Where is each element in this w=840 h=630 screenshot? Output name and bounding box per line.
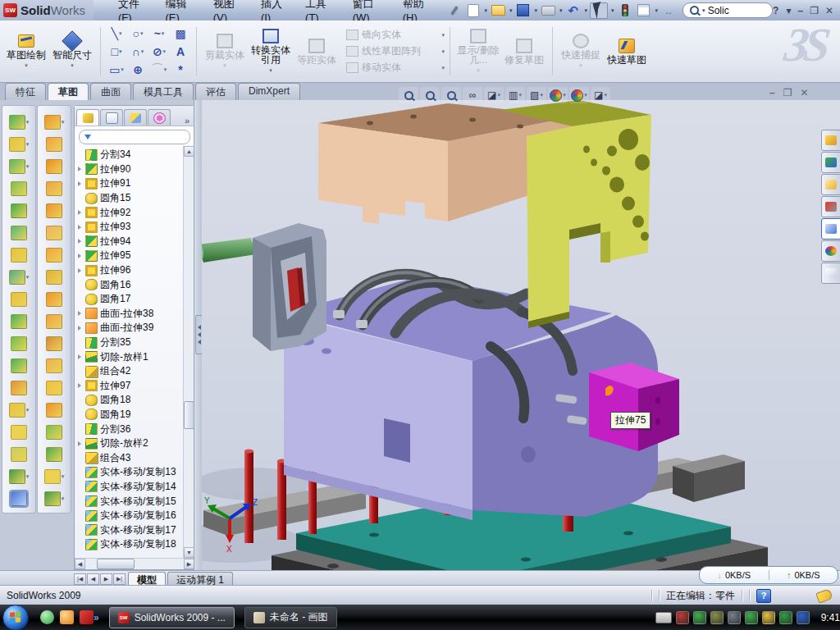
tree-item-20[interactable]: 切除-放样2 <box>76 436 194 451</box>
signal-icon[interactable] <box>745 611 758 624</box>
volume-icon[interactable] <box>728 611 741 624</box>
curve-icon[interactable]: ▾ <box>2 465 35 487</box>
launcher-icon[interactable] <box>60 610 74 624</box>
ruled-surface-icon[interactable] <box>38 288 71 310</box>
planar-surface-icon[interactable] <box>38 244 71 266</box>
save-icon[interactable] <box>515 3 532 18</box>
tree-item-5[interactable]: 拉伸93 <box>76 220 194 235</box>
ellipse-tool[interactable]: ⊘▾ <box>148 43 170 61</box>
revolved-boss-icon[interactable]: ▾ <box>2 133 35 155</box>
quick-launch-chevron[interactable]: » <box>94 612 99 623</box>
design-library-icon[interactable] <box>821 152 840 173</box>
tab-propertymanager[interactable] <box>100 109 123 126</box>
display-style-icon[interactable]: ▥▾ <box>505 87 525 103</box>
tab-motion-study[interactable]: 运动算例 1 <box>167 572 233 586</box>
taskbar-button-paint[interactable]: 未命名 - 画图 <box>244 607 337 628</box>
circle-tool[interactable]: ○▾ <box>127 25 148 43</box>
undo-icon[interactable]: ↶ <box>565 3 582 18</box>
view-palette-icon[interactable] <box>821 218 840 240</box>
tree-item-23[interactable]: 实体-移动/复制14 <box>76 480 194 495</box>
zoom-prev-icon[interactable] <box>441 87 461 103</box>
tree-item-8[interactable]: 拉伸96 <box>76 263 194 278</box>
tree-item-0[interactable]: 分割34 <box>76 148 194 162</box>
expander-icon[interactable] <box>76 210 83 215</box>
tree-item-25[interactable]: 实体-移动/复制16 <box>76 509 194 523</box>
extruded-boss-icon[interactable]: ▾ <box>2 111 35 133</box>
draft-icon[interactable] <box>2 310 35 332</box>
plane-icon[interactable] <box>2 421 35 443</box>
home-icon[interactable] <box>821 130 840 151</box>
rib-icon[interactable] <box>2 288 35 310</box>
scroll-thumb[interactable] <box>97 559 135 569</box>
expander-icon[interactable] <box>76 326 83 331</box>
select-region-tool[interactable]: ▩ <box>170 25 191 43</box>
tab-featuremanager[interactable] <box>76 109 99 126</box>
tree-item-21[interactable]: 组合43 <box>76 450 194 465</box>
shell-icon[interactable] <box>2 332 35 354</box>
reference-geometry-icon[interactable]: ▾ <box>2 399 35 421</box>
dome-icon[interactable] <box>38 421 71 443</box>
delete-face-icon[interactable] <box>38 332 71 354</box>
tree-item-17[interactable]: 圆角18 <box>76 393 194 408</box>
tree-filter-input[interactable] <box>79 130 190 144</box>
expander-icon[interactable] <box>76 239 83 244</box>
custom-properties-icon[interactable] <box>821 262 840 284</box>
appearances-scenes-icon[interactable] <box>821 240 840 262</box>
options-list-icon[interactable] <box>636 3 652 18</box>
tree-item-7[interactable]: 拉伸95 <box>76 249 194 263</box>
hole-wizard-icon[interactable] <box>2 244 35 266</box>
close-button[interactable]: ✕ <box>825 5 833 16</box>
tree-item-2[interactable]: 拉伸91 <box>76 176 194 191</box>
expander-icon[interactable] <box>76 383 83 388</box>
doc-restore-button[interactable]: ❐ <box>783 87 792 98</box>
smart-dimension-button[interactable]: 智能尺寸 ▾ <box>49 31 95 72</box>
defender-shield-icon[interactable] <box>779 611 792 624</box>
tree-item-14[interactable]: 切除-放样1 <box>76 349 194 364</box>
boundary-boss-icon[interactable] <box>2 199 35 221</box>
lofted-boss-icon[interactable] <box>2 177 35 199</box>
solidworks-icon[interactable] <box>80 610 94 624</box>
tree-item-19[interactable]: 分割36 <box>76 422 194 436</box>
network-warning-icon[interactable] <box>762 611 775 624</box>
ribbon-tab-3[interactable]: 模具工具 <box>133 83 194 100</box>
help-button[interactable]: ? <box>773 5 778 16</box>
mirror-feature-icon[interactable] <box>2 354 35 377</box>
axis-icon[interactable] <box>2 443 35 465</box>
annotations-icon[interactable]: ◪▾ <box>591 87 610 103</box>
pattern-icon[interactable]: ▾ <box>2 266 35 288</box>
swept-surface-icon[interactable] <box>38 155 71 177</box>
panel-overflow-chevron[interactable]: » <box>181 116 193 126</box>
measure-icon[interactable] <box>2 487 35 509</box>
ribbon-tab-2[interactable]: 曲面 <box>90 83 131 100</box>
last-tab-button[interactable]: ▶| <box>113 573 126 585</box>
search-input[interactable]: ▾ Solic <box>682 2 773 18</box>
tab-model[interactable]: 模型 <box>128 572 166 586</box>
reference-geometry-icon[interactable]: ▾ <box>38 465 71 487</box>
doc-close-button[interactable]: ✕ <box>800 87 808 98</box>
sketch-button[interactable]: 草图绘制 ▾ <box>3 31 49 72</box>
tree-horizontal-scrollbar[interactable]: ◀ ▶ <box>75 558 194 569</box>
next-tab-button[interactable]: ▶ <box>100 573 112 585</box>
expander-icon[interactable] <box>76 268 83 273</box>
update-icon[interactable] <box>710 611 724 624</box>
print-icon[interactable] <box>540 3 556 18</box>
tree-item-6[interactable]: 拉伸94 <box>76 235 194 249</box>
cylinder-surface-icon[interactable] <box>38 443 71 465</box>
section-view-icon[interactable]: ∞ <box>463 87 482 103</box>
tree-item-26[interactable]: 实体-移动/复制17 <box>76 523 194 537</box>
keyboard-icon[interactable] <box>655 612 672 623</box>
boundary-surface-icon[interactable] <box>38 199 71 221</box>
tree-vertical-scrollbar[interactable]: ▲ ▼ <box>183 146 194 558</box>
appearances-icon[interactable]: ▾ <box>548 87 568 103</box>
knit-surface-icon[interactable] <box>38 377 71 399</box>
extruded-surface-icon[interactable]: ▾ <box>38 111 71 133</box>
extend-surface-icon[interactable] <box>38 310 71 332</box>
tag-icon[interactable] <box>815 588 833 603</box>
lofted-surface-icon[interactable] <box>38 177 71 199</box>
tree-item-18[interactable]: 圆角19 <box>76 408 194 422</box>
tree-item-15[interactable]: 组合42 <box>76 364 194 379</box>
hide-show-items-icon[interactable]: ▧▾ <box>527 87 546 103</box>
more-icon[interactable]: ‥ <box>660 3 677 18</box>
ribbon-tab-1[interactable]: 草图 <box>48 83 89 100</box>
pin-icon[interactable] <box>446 3 463 18</box>
